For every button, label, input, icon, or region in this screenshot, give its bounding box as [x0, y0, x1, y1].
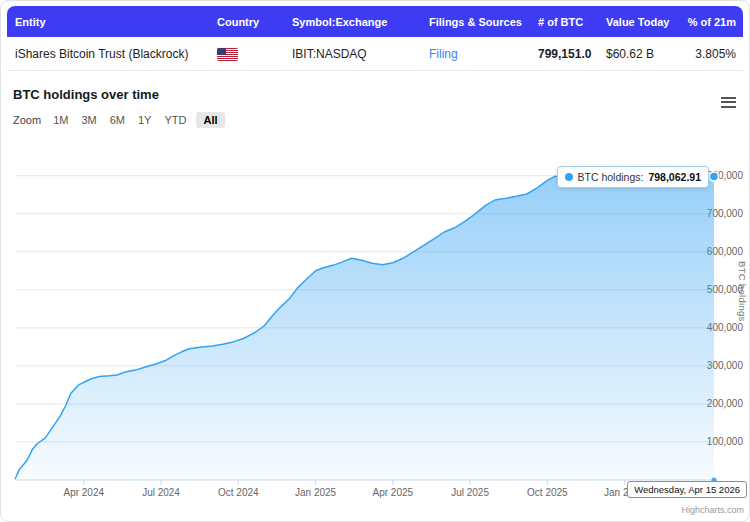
crosshair-date-label: Wednesday, Apr 15 2026: [627, 481, 747, 498]
entity-name: iShares Bitcoin Trust (Blackrock): [7, 47, 209, 61]
menu-bar: [721, 97, 736, 99]
zoom-1m-button[interactable]: 1M: [50, 112, 71, 128]
zoom-ytd-button[interactable]: YTD: [161, 112, 189, 128]
tooltip-label: BTC holdings:: [577, 171, 643, 183]
yaxis-title: BTC holdings: [737, 261, 748, 322]
svg-text:Jul 2024: Jul 2024: [142, 487, 180, 498]
col-pct-21m: % of 21m: [686, 16, 743, 28]
chart-context-menu-icon[interactable]: [721, 94, 736, 110]
chart-tooltip: BTC holdings: 798,062.91: [557, 166, 709, 188]
tooltip-value: 798,062.91: [648, 171, 701, 183]
menu-bar: [721, 106, 736, 108]
col-country: Country: [209, 16, 284, 28]
pct-21m-value: 3.805%: [686, 47, 743, 61]
zoom-6m-button[interactable]: 6M: [107, 112, 128, 128]
btc-holdings-area-chart[interactable]: 100,000200,000300,000400,000500,000600,0…: [1, 136, 750, 522]
svg-text:Jul 2025: Jul 2025: [451, 487, 489, 498]
table-row[interactable]: iShares Bitcoin Trust (Blackrock) IBIT:N…: [7, 37, 743, 71]
col-entity: Entity: [7, 16, 209, 28]
menu-bar: [721, 101, 736, 103]
chart-title: BTC holdings over time: [13, 87, 159, 102]
col-filings-sources: Filings & Sources: [421, 16, 530, 28]
symbol-exchange-value: IBIT:NASDAQ: [284, 47, 421, 61]
filing-link[interactable]: Filing: [429, 47, 458, 61]
series-marker-icon: [565, 173, 573, 181]
us-flag-icon: [217, 48, 238, 61]
range-selector: Zoom 1M 3M 6M 1Y YTD All: [13, 112, 225, 128]
svg-text:Jan 2025: Jan 2025: [295, 487, 337, 498]
country-cell: [209, 46, 284, 60]
table-header-row: Entity Country Symbol:Exchange Filings &…: [7, 6, 743, 37]
zoom-all-button[interactable]: All: [196, 112, 224, 128]
filing-cell: Filing: [421, 47, 530, 61]
value-today-value: $60.62 B: [598, 47, 686, 61]
svg-text:Apr 2024: Apr 2024: [63, 487, 104, 498]
btc-count-value: 799,151.0: [530, 47, 598, 61]
svg-text:Oct 2024: Oct 2024: [218, 487, 259, 498]
highcharts-credit[interactable]: Highcharts.com: [681, 505, 744, 515]
col-value-today: Value Today: [598, 16, 686, 28]
zoom-1y-button[interactable]: 1Y: [135, 112, 154, 128]
btc-treasuries-dashboard: Entity Country Symbol:Exchange Filings &…: [0, 0, 750, 522]
svg-text:Oct 2025: Oct 2025: [527, 487, 568, 498]
col-num-btc: # of BTC: [530, 16, 598, 28]
svg-text:Apr 2025: Apr 2025: [373, 487, 414, 498]
zoom-label: Zoom: [13, 114, 41, 126]
flag-canton: [217, 48, 226, 55]
col-symbol-exchange: Symbol:Exchange: [284, 16, 421, 28]
entity-table: Entity Country Symbol:Exchange Filings &…: [7, 6, 743, 71]
zoom-3m-button[interactable]: 3M: [78, 112, 99, 128]
